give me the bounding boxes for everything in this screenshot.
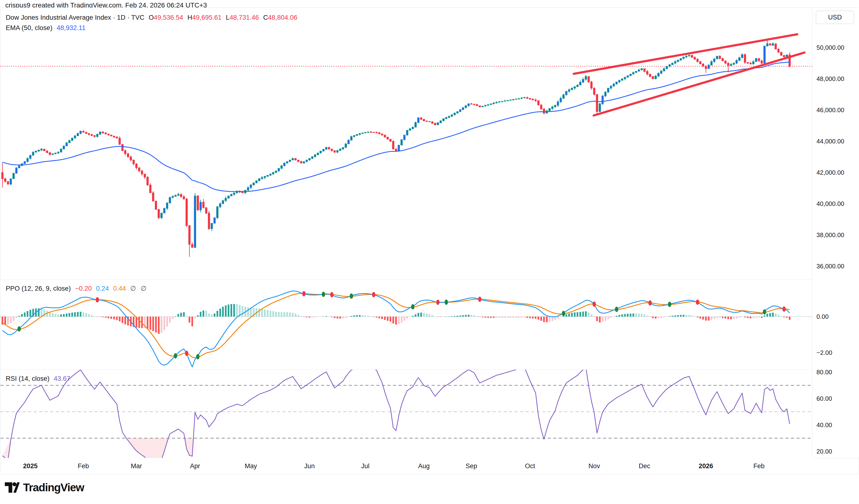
axis-tick-label: 36,000.00 [816,263,844,270]
high-value: 49,695.61 [192,14,222,21]
time-tick-label: Jun [304,462,315,470]
ppo-pane[interactable] [0,279,812,369]
ppo-chart-canvas[interactable] [0,279,812,369]
price-axis[interactable]: USD 50,000.0048,000.0046,000.0044,000.00… [812,8,859,458]
price-pane[interactable] [0,8,812,279]
time-tick-label: Aug [418,462,430,470]
price-chart-canvas[interactable] [0,8,812,279]
axis-tick-label: −2.00 [816,349,832,356]
rsi-legend[interactable]: RSI (14, close) 43.67 [6,375,70,382]
time-tick-label: 2026 [699,462,713,470]
time-tick-label: Mar [131,462,142,470]
tradingview-footer[interactable]: TradingView [5,481,84,494]
rsi-label[interactable]: RSI (14, close) [6,375,49,382]
currency-button[interactable]: USD [816,11,854,24]
open-label: O [149,14,154,21]
ppo-signal-value: 0.44 [113,285,126,292]
axis-tick-label: 80.00 [816,368,832,376]
tradingview-brand-text: TradingView [23,481,84,494]
symbol-legend[interactable]: Dow Jones Industrial Average Index · 1D … [6,14,297,21]
time-tick-label: Feb [78,462,89,470]
axis-tick-label: 38,000.00 [816,231,844,239]
time-tick-label: Oct [525,462,535,470]
time-tick-label: Dec [638,462,650,470]
axis-tick-label: 40,000.00 [816,200,844,208]
close-label: C [263,14,268,21]
axis-tick-label: 46,000.00 [816,106,844,114]
pane-separator[interactable] [0,279,859,280]
axis-tick-label: 50,000.00 [816,44,844,51]
time-tick-label: May [245,462,257,470]
chart-card: Dow Jones Industrial Average Index · 1D … [0,7,859,474]
time-tick-label: Sep [466,462,477,470]
axis-tick-label: 44,000.00 [816,138,844,145]
time-tick-label: Feb [753,462,765,470]
time-tick-label: Jul [361,462,370,470]
low-value: 48,731.46 [229,14,259,21]
rsi-chart-canvas[interactable] [0,369,812,458]
axis-tick-label: 42,000.00 [816,169,844,176]
open-value: 49,536.54 [154,14,183,21]
pane-separator[interactable] [0,369,859,370]
axis-tick-label: 0.00 [816,313,829,320]
ppo-hist-value: −0.20 [75,285,92,292]
ppo-toggle-icons[interactable]: ∅ ∅ [130,285,148,292]
time-axis[interactable]: 2025FebMarAprMayJunJulAugSepOctNovDec202… [0,458,812,474]
symbol-title[interactable]: Dow Jones Industrial Average Index · 1D … [6,14,145,21]
time-tick-label: Nov [588,462,600,470]
time-tick-label: 2025 [23,462,37,470]
low-label: L [226,14,229,21]
time-tick-label: Apr [190,462,200,470]
axis-tick-label: 20.00 [816,448,832,455]
ppo-legend[interactable]: PPO (12, 26, 9, close) −0.20 0.24 0.44 ∅… [6,285,148,292]
ppo-line-value: 0.24 [96,285,109,292]
ppo-label[interactable]: PPO (12, 26, 9, close) [6,285,71,292]
rsi-pane[interactable] [0,369,812,458]
high-label: H [187,14,192,21]
axis-tick-label: 60.00 [816,395,832,402]
axis-tick-label: 48,000.00 [816,75,844,83]
tradingview-logo-icon [5,481,20,494]
ema-legend[interactable]: EMA (50, close) 48,932.11 [6,24,86,32]
close-value: 48,804.06 [268,14,297,21]
axis-tick-label: 40.00 [816,421,832,429]
ema-label[interactable]: EMA (50, close) [6,24,52,31]
ema-value: 48,932.11 [57,24,86,31]
rsi-value: 43.67 [54,375,71,382]
